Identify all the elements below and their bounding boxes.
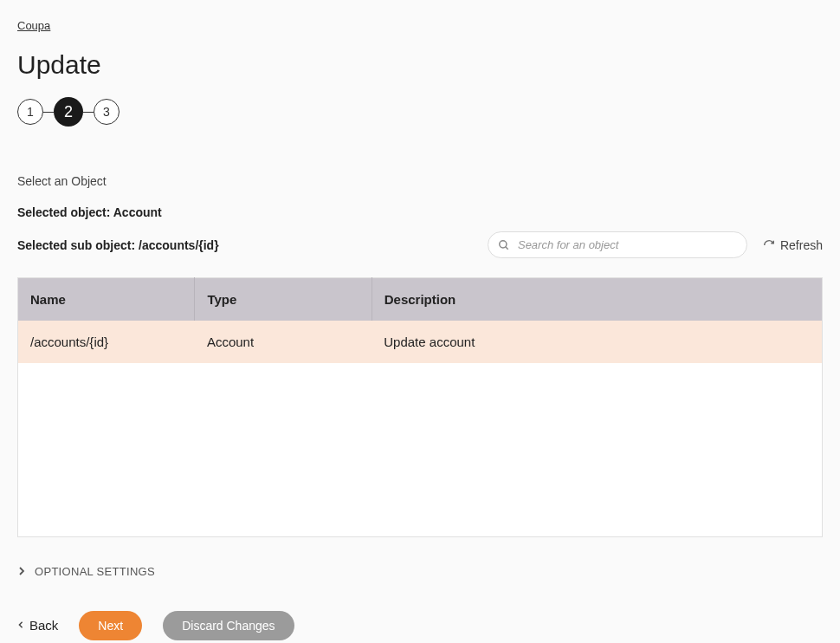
cell-description: Update account [372, 321, 822, 363]
breadcrumb-coupa[interactable]: Coupa [17, 19, 50, 32]
step-connector [43, 112, 54, 113]
table-header-name[interactable]: Name [18, 278, 195, 322]
footer-actions: Back Next Discard Changes [17, 611, 823, 640]
table-row[interactable]: /accounts/{id} Account Update account [18, 321, 823, 363]
step-1[interactable]: 1 [17, 99, 43, 125]
table-empty-area [18, 363, 823, 536]
back-button[interactable]: Back [17, 618, 58, 633]
chevron-right-icon [17, 567, 26, 575]
search-icon [498, 239, 510, 251]
cell-name: /accounts/{id} [18, 321, 195, 363]
search-input[interactable] [488, 231, 747, 258]
cell-type: Account [195, 321, 372, 363]
discard-button[interactable]: Discard Changes [163, 611, 294, 640]
chevron-left-icon [17, 621, 24, 630]
optional-settings-toggle[interactable]: OPTIONAL SETTINGS [17, 565, 823, 578]
svg-point-0 [500, 240, 507, 247]
back-label: Back [29, 618, 58, 633]
step-2[interactable]: 2 [54, 97, 83, 127]
refresh-button[interactable]: Refresh [763, 238, 823, 252]
step-3[interactable]: 3 [94, 99, 120, 125]
refresh-label: Refresh [780, 238, 823, 252]
refresh-icon [763, 239, 775, 251]
page-title: Update [17, 50, 823, 80]
svg-line-1 [506, 246, 508, 249]
selected-object-line: Selected object: Account [17, 205, 823, 219]
next-button[interactable]: Next [79, 611, 142, 640]
object-table: Name Type Description /accounts/{id} Acc… [17, 277, 823, 537]
selected-sub-object-line: Selected sub object: /accounts/{id} [17, 238, 219, 252]
step-connector [83, 112, 94, 113]
select-object-label: Select an Object [17, 174, 823, 188]
optional-settings-label: OPTIONAL SETTINGS [35, 565, 155, 578]
table-header-description[interactable]: Description [372, 278, 822, 322]
search-wrap [488, 231, 747, 258]
stepper: 1 2 3 [17, 97, 823, 127]
table-header-type[interactable]: Type [195, 278, 372, 322]
